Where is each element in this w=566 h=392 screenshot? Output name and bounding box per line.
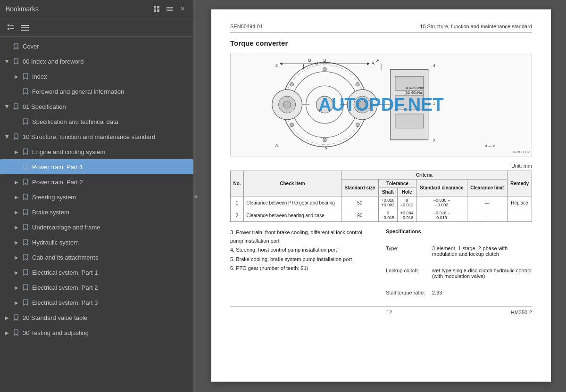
sidebar-title: Bookmarks [6, 5, 39, 13]
bookmark-icon [22, 239, 29, 245]
sidebar-item-index[interactable]: ▶ Index [0, 69, 193, 84]
svg-rect-6 [166, 10, 173, 11]
sidebar-item-power-train-2[interactable]: ▶ Power train, Part 2 [0, 174, 193, 189]
spec-row-stall: Stall torque ratio: 2.63 [386, 290, 532, 295]
chevron-spacer [13, 119, 20, 124]
sidebar-item-electrical-1[interactable]: ▶ Electrical system, Part 1 [0, 265, 193, 280]
svg-text:A: A [376, 58, 379, 63]
list-item: 4. Steering, hoist control pump installa… [230, 246, 376, 254]
chevron-icon: ▶ [13, 270, 20, 275]
bookmark-options-button[interactable] [165, 4, 175, 14]
svg-text:[32-40kNm]: [32-40kNm] [405, 90, 424, 95]
section-heading: Torque converter [230, 39, 532, 47]
svg-rect-11 [21, 25, 29, 26]
bookmark-list: Cover ▶ 00 Index and foreword ▶ Index [0, 37, 193, 392]
chevron-icon: ▶ [13, 240, 20, 245]
chevron-icon: ▶ [13, 195, 20, 200]
chevron-icon: ▶ [4, 330, 10, 335]
sidebar-item-power-train-1[interactable]: Power train, Part 1 [0, 159, 193, 174]
numbered-list: 3. Power train, front brake cooling, dif… [230, 229, 376, 274]
table-header-remedy: Remedy [508, 171, 532, 196]
sidebar-item-30[interactable]: ▶ 30 Testing and adjusting [0, 325, 193, 340]
bookmark-icon [22, 88, 29, 95]
bookmark-list-view-button[interactable] [151, 4, 162, 14]
resize-handle[interactable] [193, 0, 196, 392]
sidebar-item-hydraulic[interactable]: ▶ Hydraulic system [0, 235, 193, 250]
sidebar-item-10[interactable]: ▶ 10 Structure, function and maintenance… [0, 129, 193, 144]
svg-point-53 [323, 138, 326, 142]
chevron-icon: ▶ [4, 315, 10, 320]
bookmark-icon [12, 133, 20, 140]
table-header-std-size: Standard size [341, 180, 378, 196]
sidebar-item-label: 01 Specification [23, 103, 66, 110]
spec-val: wet type single-disc clutch hydraulic co… [432, 268, 532, 279]
table-cell-shaft: +0.018 +0.002 [378, 196, 397, 209]
sidebar: Bookmarks × [0, 0, 193, 392]
svg-point-54 [290, 82, 294, 86]
sidebar-item-00[interactable]: ▶ 00 Index and foreword [0, 54, 193, 69]
sidebar-item-label: Specification and technical data [32, 118, 118, 125]
chevron-icon: ▶ [13, 210, 20, 215]
svg-point-25 [358, 101, 366, 108]
sidebar-item-brake[interactable]: ▶ Brake system [0, 204, 193, 220]
sidebar-item-label: Index [32, 73, 47, 80]
chevron-expanded-icon: ▶ [5, 58, 10, 65]
table-cell-hole: 0 −0.012 [398, 196, 416, 209]
chevron-icon: ▶ [13, 255, 20, 260]
sidebar-item-steering[interactable]: ▶ Steering system [0, 189, 193, 204]
sidebar-item-label: Hydraulic system [32, 239, 79, 246]
spec-key: Lockup clutch: [386, 268, 428, 279]
table-header-shaft: Shaft [378, 188, 397, 196]
sidebar-item-cover[interactable]: Cover [0, 39, 193, 54]
bookmark-icon [22, 73, 29, 80]
sidebar-item-label: Brake system [32, 209, 69, 216]
sidebar-item-cab[interactable]: ▶ Cab and its attachments [0, 250, 193, 265]
chevron-spacer [13, 89, 20, 94]
svg-text:B: B [315, 61, 318, 65]
sidebar-item-electrical-2[interactable]: ▶ Electrical system, Part 2 [0, 280, 193, 295]
bookmark-icon [12, 58, 20, 65]
collapse-all-button[interactable] [19, 21, 31, 33]
svg-rect-13 [21, 30, 29, 31]
svg-rect-3 [157, 9, 159, 12]
svg-rect-29 [395, 114, 424, 128]
sidebar-item-label: 30 Testing and adjusting [23, 329, 89, 336]
svg-rect-5 [166, 9, 173, 10]
table-cell-remedy [508, 209, 532, 222]
svg-text:A: A [372, 61, 375, 65]
svg-point-56 [290, 123, 294, 127]
data-table: No. Check item Criteria Remedy Standard … [230, 171, 532, 222]
list-item: 5. Brake cooling, brake system pump inst… [230, 255, 376, 264]
sidebar-item-engine[interactable]: ▶ Engine and cooling system [0, 144, 193, 159]
table-row: 1 Clearance between PTO gear and bearing… [231, 196, 532, 209]
table-cell-check: Clearance between bearing and case [244, 209, 341, 222]
svg-point-57 [356, 123, 359, 127]
chevron-icon: ▶ [13, 74, 20, 79]
spec-row-lockup: Lockup clutch: wet type single-disc clut… [386, 268, 532, 279]
table-row: 2 Clearance between bearing and case 90 … [231, 209, 532, 222]
sidebar-item-01[interactable]: ▶ 01 Specification [0, 99, 193, 114]
page-footer: 12 HM350-2 [230, 306, 532, 315]
chevron-expanded-icon: ▶ [5, 133, 10, 140]
sidebar-item-20[interactable]: ▶ 20 Standard value table [0, 310, 193, 325]
svg-text:A: A [275, 143, 278, 148]
table-cell-hole: +0.004 −0.018 [398, 209, 416, 222]
svg-rect-8 [10, 25, 14, 26]
svg-text:1: 1 [433, 101, 435, 106]
unit-label: Unit: mm [230, 163, 532, 169]
expand-all-button[interactable] [5, 21, 17, 33]
sidebar-item-label: 20 Standard value table [23, 314, 87, 321]
page-container: SEN00494-01 10 Structure, function and m… [211, 9, 551, 382]
close-button[interactable]: × [178, 4, 188, 14]
sidebar-item-spec-data[interactable]: Specification and technical data [0, 114, 193, 129]
table-cell-shaft: 0 −0.015 [378, 209, 397, 222]
bookmark-icon [22, 284, 29, 291]
page-number: 12 [268, 310, 511, 315]
sidebar-item-foreword[interactable]: Foreword and general information [0, 84, 193, 99]
sidebar-item-electrical-3[interactable]: ▶ Electrical system, Part 3 [0, 295, 193, 310]
list-item: 3. Power train, front brake cooling, dif… [230, 229, 376, 245]
sidebar-item-undercarriage[interactable]: ▶ Undercarriage and frame [0, 220, 193, 235]
list-item: 6. PTO gear (number of teeth: 91) [230, 264, 376, 273]
table-cell-no: 1 [231, 196, 244, 209]
svg-rect-0 [154, 6, 156, 8]
